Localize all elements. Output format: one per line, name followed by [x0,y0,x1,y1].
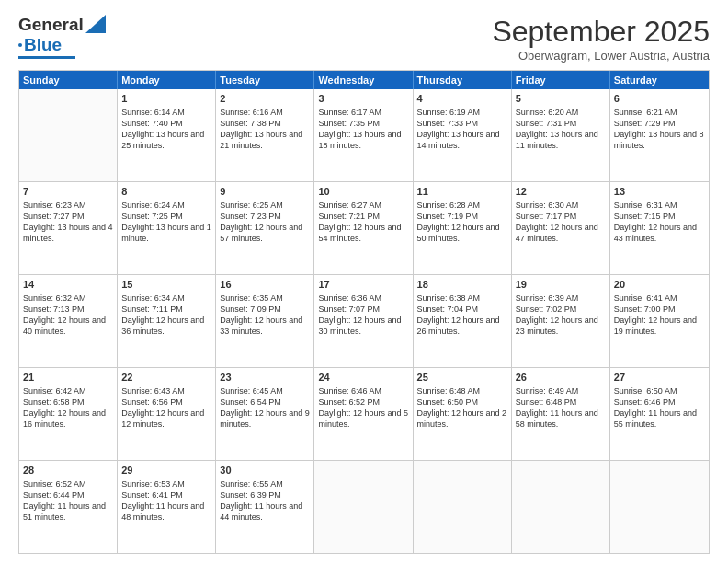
cell-2-6: 20Sunrise: 6:41 AMSunset: 7:00 PMDayligh… [610,275,709,367]
sun-info-line: Sunrise: 6:46 AM [318,385,408,396]
header-tuesday: Tuesday [216,71,314,89]
sun-info-line: Sunset: 6:48 PM [516,396,606,408]
day-number-26: 26 [516,371,606,385]
day-number-27: 27 [614,371,705,385]
sun-info-line: Sunset: 6:44 PM [23,489,113,500]
sun-info-line: Sunset: 7:21 PM [318,211,408,222]
sun-info-line: Sunset: 7:29 PM [614,118,705,129]
sun-info-line: Daylight: 11 hours and 48 minutes. [121,500,211,523]
sun-info-line: Daylight: 12 hours and 50 minutes. [417,222,507,244]
cell-4-0: 28Sunrise: 6:52 AMSunset: 6:44 PMDayligh… [19,461,118,553]
cell-4-3 [314,461,413,553]
sun-info-line: Sunset: 7:11 PM [121,304,211,315]
sun-info-line: Daylight: 12 hours and 40 minutes. [23,315,113,337]
cell-2-0: 14Sunrise: 6:32 AMSunset: 7:13 PMDayligh… [19,275,118,367]
cell-1-0: 7Sunrise: 6:23 AMSunset: 7:27 PMDaylight… [19,182,118,274]
cell-1-4: 11Sunrise: 6:28 AMSunset: 7:19 PMDayligh… [414,182,512,274]
header-thursday: Thursday [414,71,512,89]
sun-info-line: Daylight: 13 hours and 1 minute. [121,222,211,244]
cell-4-2: 30Sunrise: 6:55 AMSunset: 6:39 PMDayligh… [216,461,314,553]
sun-info-line: Daylight: 12 hours and 9 minutes. [220,408,310,430]
sun-info-line: Sunset: 7:00 PM [614,304,705,315]
sun-info-line: Sunset: 6:54 PM [220,396,310,408]
sun-info-line: Daylight: 12 hours and 47 minutes. [516,222,606,244]
day-number-8: 8 [121,185,211,199]
sun-info-line: Daylight: 13 hours and 18 minutes. [318,129,408,151]
sun-info-line: Sunrise: 6:27 AM [318,200,408,211]
sun-info-line: Sunset: 7:19 PM [417,211,507,222]
sun-info-line: Daylight: 13 hours and 25 minutes. [121,129,211,151]
day-number-15: 15 [121,278,211,292]
day-number-19: 19 [516,278,606,292]
header-sunday: Sunday [19,71,118,89]
sun-info-line: Daylight: 12 hours and 23 minutes. [516,315,606,337]
day-number-22: 22 [121,371,211,385]
sun-info-line: Sunset: 7:15 PM [614,211,705,222]
cell-3-1: 22Sunrise: 6:43 AMSunset: 6:56 PMDayligh… [118,368,216,460]
day-number-10: 10 [318,185,408,199]
week-row-3: 21Sunrise: 6:42 AMSunset: 6:58 PMDayligh… [19,368,709,461]
cell-3-6: 27Sunrise: 6:50 AMSunset: 6:46 PMDayligh… [610,368,709,460]
sun-info-line: Sunrise: 6:52 AM [23,478,113,489]
header-monday: Monday [118,71,216,89]
cell-0-0 [19,89,118,181]
cell-2-5: 19Sunrise: 6:39 AMSunset: 7:02 PMDayligh… [512,275,610,367]
week-row-1: 7Sunrise: 6:23 AMSunset: 7:27 PMDaylight… [19,182,709,275]
header-friday: Friday [512,71,610,89]
day-number-9: 9 [220,185,310,199]
sun-info-line: Sunset: 7:40 PM [121,118,211,129]
cell-1-3: 10Sunrise: 6:27 AMSunset: 7:21 PMDayligh… [314,182,413,274]
cell-0-4: 4Sunrise: 6:19 AMSunset: 7:33 PMDaylight… [414,89,512,181]
sun-info-line: Sunrise: 6:19 AM [417,107,507,118]
sun-info-line: Sunrise: 6:49 AM [516,385,606,396]
sun-info-line: Sunset: 7:35 PM [318,118,408,129]
sun-info-line: Sunrise: 6:39 AM [516,293,606,304]
day-number-28: 28 [23,464,113,477]
calendar-body: 1Sunrise: 6:14 AMSunset: 7:40 PMDaylight… [19,89,709,553]
cell-3-4: 25Sunrise: 6:48 AMSunset: 6:50 PMDayligh… [414,368,512,460]
day-number-3: 3 [318,92,408,106]
cell-0-5: 5Sunrise: 6:20 AMSunset: 7:31 PMDaylight… [512,89,610,181]
calendar: Sunday Monday Tuesday Wednesday Thursday… [18,70,710,554]
day-number-20: 20 [614,278,705,292]
cell-0-1: 1Sunrise: 6:14 AMSunset: 7:40 PMDaylight… [118,89,216,181]
cell-3-3: 24Sunrise: 6:46 AMSunset: 6:52 PMDayligh… [314,368,413,460]
sun-info-line: Sunrise: 6:21 AM [614,107,705,118]
sun-info-line: Sunrise: 6:42 AM [23,385,113,396]
sun-info-line: Sunset: 7:38 PM [220,118,310,129]
sun-info-line: Sunset: 7:09 PM [220,304,310,315]
sun-info-line: Daylight: 12 hours and 43 minutes. [614,222,705,244]
sun-info-line: Sunrise: 6:30 AM [516,200,606,211]
svg-marker-0 [85,15,106,33]
logo: General Blue [18,15,106,59]
sun-info-line: Daylight: 11 hours and 55 minutes. [614,408,705,430]
cell-3-2: 23Sunrise: 6:45 AMSunset: 6:54 PMDayligh… [216,368,314,460]
cell-1-1: 8Sunrise: 6:24 AMSunset: 7:25 PMDaylight… [118,182,216,274]
title-block: September 2025 Oberwagram, Lower Austria… [492,15,710,63]
sun-info-line: Sunset: 7:23 PM [220,211,310,222]
sun-info-line: Daylight: 13 hours and 11 minutes. [516,129,606,151]
header-saturday: Saturday [610,71,709,89]
cell-1-5: 12Sunrise: 6:30 AMSunset: 7:17 PMDayligh… [512,182,610,274]
day-number-6: 6 [614,92,705,106]
sun-info-line: Daylight: 12 hours and 54 minutes. [318,222,408,244]
sun-info-line: Sunrise: 6:25 AM [220,200,310,211]
logo-general: General [18,15,84,35]
cell-1-2: 9Sunrise: 6:25 AMSunset: 7:23 PMDaylight… [216,182,314,274]
sun-info-line: Sunset: 6:52 PM [318,396,408,408]
sun-info-line: Sunset: 7:25 PM [121,211,211,222]
sun-info-line: Sunrise: 6:43 AM [121,385,211,396]
sun-info-line: Sunrise: 6:31 AM [614,200,705,211]
day-number-5: 5 [516,92,606,106]
sun-info-line: Sunrise: 6:41 AM [614,293,705,304]
cell-2-1: 15Sunrise: 6:34 AMSunset: 7:11 PMDayligh… [118,275,216,367]
day-number-11: 11 [417,185,507,199]
sun-info-line: Sunset: 7:04 PM [417,304,507,315]
day-number-4: 4 [417,92,507,106]
sun-info-line: Sunset: 7:27 PM [23,211,113,222]
sun-info-line: Sunrise: 6:24 AM [121,200,211,211]
sun-info-line: Sunset: 7:31 PM [516,118,606,129]
cell-3-5: 26Sunrise: 6:49 AMSunset: 6:48 PMDayligh… [512,368,610,460]
day-number-29: 29 [121,464,211,477]
sun-info-line: Sunrise: 6:14 AM [121,107,211,118]
